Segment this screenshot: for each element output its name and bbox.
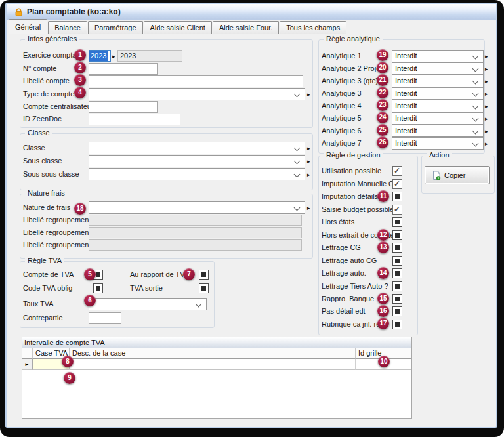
id-zeendoc-input[interactable] [89,114,180,125]
classe-select[interactable] [89,142,305,154]
callout-badge-1: 1 [74,49,86,61]
exercice-comptable-input[interactable]: 2023 [89,50,111,62]
tab-parametrage[interactable]: Paramétrage [88,21,143,34]
lookup-arrow-icon[interactable] [307,204,312,212]
tab-aide-saisie-client[interactable]: Aide saisie Client [144,21,212,34]
group-title: Règle de gestion [324,151,383,159]
rubrique-ca-jnl-rep-checkbox[interactable] [392,320,402,329]
type-compte-select[interactable] [89,88,305,100]
lookup-arrow-icon[interactable] [485,115,490,123]
code-tva-oblig-checkbox[interactable] [93,283,103,293]
analytique-6-select[interactable]: Interdit [392,125,484,137]
lookup-arrow-icon[interactable] [485,102,490,110]
lookup-arrow-icon[interactable] [485,140,490,148]
lettrage-auto-cg-label: Lettrage auto CG [322,257,377,264]
callout-badge-11: 11 [377,190,389,202]
imputation-manuelle-ok-label: Imputation Manuelle OK [322,180,399,188]
callout-badge-13: 13 [377,241,389,253]
sous-sous-classe-select[interactable] [89,168,305,180]
lettrage-auto-checkbox[interactable] [392,268,402,278]
callout-badge-18: 18 [74,203,86,215]
sous-classe-select[interactable] [89,155,305,167]
callout-badge-17: 17 [377,318,389,329]
callout-badge-5: 5 [84,268,96,280]
callout-badge-19: 19 [377,49,388,61]
libelle-regroupement-1-input [89,239,302,251]
title-bar: Plan comptable (ko:a:ko) [7,4,496,20]
callout-badge-14: 14 [377,267,389,279]
nature-de-frais-select[interactable] [89,201,305,214]
pas-detail-edt-checkbox[interactable] [392,306,402,316]
contrepartie-input[interactable] [89,312,121,324]
exercice-comptable-display: 2023 [117,50,182,62]
analytique-3-label: Analytique 3 [322,89,362,97]
lettrage-cg-checkbox[interactable] [392,243,402,253]
lettrage-auto-cg-checkbox[interactable] [392,256,402,266]
group-title: Infos générales [25,35,79,43]
desc-de-la-case-cell[interactable] [70,359,356,370]
lettrage-auto-label: Lettrage auto. [322,269,366,277]
row-selector-header [22,348,33,359]
lookup-arrow-icon[interactable] [485,77,490,85]
table-caption: Intervalle de compte TVA [22,337,411,348]
hors-extrait-de-compte-checkbox[interactable] [392,230,402,240]
lookup-arrow-icon[interactable] [307,157,312,165]
code-tva-oblig-label: Code TVA oblig [23,284,72,292]
tab-tous-les-champs[interactable]: Tous les champs [280,21,346,34]
callout-badge-23: 23 [377,99,388,111]
utilisation-possible-checkbox[interactable] [392,166,402,176]
group-title: Classe [25,129,52,136]
lettrage-tiers-auto-checkbox[interactable] [392,281,402,291]
imputation-details-checkbox[interactable] [392,192,402,201]
nature-de-frais-label: Nature de frais [23,203,70,211]
au-rapport-de-tva-label: Au rapport de TVA [130,270,189,278]
lookup-arrow-icon[interactable] [485,52,490,60]
sous-classe-label: Sous classe [23,157,62,165]
analytique-7-select[interactable]: Interdit [392,137,484,150]
compte-centralisateur-input[interactable] [89,101,158,113]
compte-centralisateur-label: Compte centralisateur [23,102,94,110]
lookup-arrow-icon[interactable] [307,171,312,178]
callout-badge-8: 8 [62,356,74,367]
callout-badge-26: 26 [377,136,388,148]
callout-badge-20: 20 [377,62,388,73]
callout-badge-2: 2 [74,62,86,73]
analytique-1-select[interactable]: Interdit [392,50,484,62]
numero-compte-input[interactable] [89,63,158,75]
imputation-manuelle-ok-checkbox[interactable] [392,179,402,189]
copy-document-icon [432,171,441,180]
analytique-5-select[interactable]: Interdit [392,112,484,125]
callout-badge-9: 9 [64,372,75,384]
hors-etats-checkbox[interactable] [392,217,402,227]
libelle-regroupement-3-input [89,215,302,226]
analytique-3-select[interactable]: Interdit [392,87,484,100]
row-selector-cell[interactable] [22,359,33,370]
analytique-3-qte-select[interactable]: Interdit [392,75,484,87]
plan-comptable-window: Plan comptable (ko:a:ko) Général Balance… [5,3,497,428]
libelle-compte-input[interactable] [89,75,303,87]
tab-balance[interactable]: Balance [48,21,87,34]
exercice-selected-text: 2023 [89,51,108,61]
rappro-banque-checkbox[interactable] [392,294,402,304]
lookup-arrow-icon[interactable] [485,65,490,73]
rappro-banque-label: Rappro. Banque [322,295,374,302]
libelle-compte-label: Libellé compte [23,77,70,85]
lookup-arrow-icon[interactable] [307,144,312,152]
lookup-arrow-icon[interactable] [485,90,490,98]
analytique-2-projet-select[interactable]: Interdit [392,62,484,75]
lookup-arrow-icon[interactable] [307,91,312,98]
copier-button[interactable]: Copier [425,166,490,184]
lookup-arrow-icon[interactable] [112,52,117,60]
tab-aide-saisie-four[interactable]: Aide saisie Four. [213,21,279,34]
lookup-arrow-icon[interactable] [485,127,490,135]
empty-cell[interactable] [392,359,411,370]
saisie-budget-possible-checkbox[interactable] [392,205,402,215]
tva-sortie-checkbox[interactable] [199,283,209,293]
taux-tva-select[interactable] [89,298,207,310]
au-rapport-de-tva-checkbox[interactable] [199,270,209,280]
tab-general[interactable]: Général [9,19,47,34]
analytique-2-projet-label: Analytique 2 Projet [322,64,382,72]
analytique-3-qte-label: Analytique 3 (qte) [322,77,378,85]
analytique-4-select[interactable]: Interdit [392,100,484,112]
column-header-desc-de-la-case[interactable]: Desc. de la case [70,348,356,359]
